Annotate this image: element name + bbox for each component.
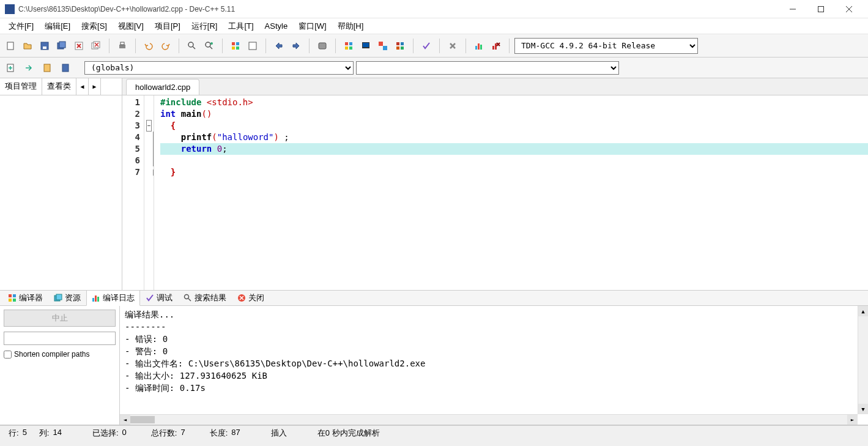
file-tab-active[interactable]: hollowarld2.cpp: [126, 79, 199, 95]
status-parse-time: 在0 秒内完成解析: [311, 428, 386, 439]
svg-rect-27: [383, 46, 387, 50]
goto-button[interactable]: [21, 60, 37, 76]
status-line: 行:5: [2, 428, 33, 439]
compile-button[interactable]: [228, 38, 243, 54]
svg-rect-10: [121, 42, 124, 45]
statusbar: 行:5 列:14 已选择:0 总行数:7 长度:87 插入 在0 秒内完成解析: [0, 425, 868, 440]
menu-edit[interactable]: 编辑[E]: [40, 20, 75, 33]
run-button[interactable]: [245, 38, 261, 54]
svg-rect-3: [43, 46, 46, 49]
status-insert-mode: 插入: [265, 428, 293, 439]
rebuild-button[interactable]: [288, 38, 304, 54]
new-file-button[interactable]: [2, 38, 18, 54]
compile-icon-button[interactable]: [341, 38, 357, 54]
find-button[interactable]: [184, 38, 200, 54]
globals-selector[interactable]: (globals): [84, 61, 354, 75]
svg-rect-1: [7, 42, 13, 50]
progress-field: [4, 332, 116, 345]
rebuild-all-button[interactable]: [392, 38, 408, 54]
svg-rect-40: [9, 294, 12, 297]
svg-rect-26: [379, 42, 383, 46]
bookmark-button[interactable]: [39, 60, 55, 76]
shorten-paths-row[interactable]: Shorten compiler paths: [4, 350, 116, 359]
search-icon: [184, 294, 192, 302]
tab-resources[interactable]: 资源: [48, 290, 86, 306]
close-file-button[interactable]: [71, 38, 87, 54]
log-text[interactable]: 编译结果... -------- - 错误: 0 - 警告: 0 - 输出文件名…: [120, 306, 868, 425]
new-class-button[interactable]: [2, 60, 18, 76]
compiler-selector[interactable]: TDM-GCC 4.9.2 64-bit Release: [514, 38, 698, 54]
run-exe-button[interactable]: [358, 38, 374, 54]
code-editor[interactable]: 1 2 3 4 5 6 7 − #include <stdio.h> int m…: [122, 95, 868, 290]
tab-debug[interactable]: 调试: [140, 290, 178, 306]
svg-rect-41: [13, 294, 16, 297]
menu-window[interactable]: 窗口[W]: [294, 20, 332, 33]
line-gutter: 1 2 3 4 5 6 7: [122, 95, 144, 290]
redo-button[interactable]: [158, 38, 174, 54]
svg-rect-16: [232, 46, 235, 50]
tab-classes[interactable]: 查看类: [42, 78, 76, 95]
menu-project[interactable]: 项目[P]: [150, 20, 185, 33]
undo-button[interactable]: [141, 38, 157, 54]
compile-log: 编译结果... -------- - 错误: 0 - 警告: 0 - 输出文件名…: [120, 306, 868, 425]
syntax-check-button[interactable]: [418, 38, 434, 54]
svg-rect-33: [478, 43, 480, 50]
shorten-paths-label: Shorten compiler paths: [14, 350, 89, 359]
open-file-button[interactable]: [20, 38, 35, 54]
compile-run-button[interactable]: [271, 38, 287, 54]
svg-rect-14: [232, 42, 235, 45]
profile-button[interactable]: [471, 38, 487, 54]
print-button[interactable]: [114, 38, 130, 54]
menu-file[interactable]: 文件[F]: [4, 20, 39, 33]
svg-rect-46: [92, 298, 94, 302]
close-window-button[interactable]: [835, 0, 863, 18]
save-all-button[interactable]: [54, 38, 70, 54]
line-number: 5: [124, 143, 140, 155]
tab-compile-log[interactable]: 编译日志: [86, 290, 140, 306]
svg-rect-15: [236, 42, 239, 45]
resources-icon: [54, 294, 62, 302]
fold-toggle[interactable]: −: [146, 120, 152, 132]
close-icon: [237, 294, 246, 302]
titlebar: C:\Users\86135\Desktop\Dev-C++\hollowarl…: [0, 0, 868, 18]
maximize-button[interactable]: [807, 0, 835, 18]
shorten-paths-checkbox[interactable]: [4, 351, 12, 359]
tab-scroll-right[interactable]: ►: [89, 78, 101, 95]
members-selector[interactable]: [356, 61, 619, 75]
tab-scroll-left[interactable]: ◄: [76, 78, 89, 95]
menu-astyle[interactable]: AStyle: [260, 20, 293, 32]
menubar: 文件[F] 编辑[E] 搜索[S] 视图[V] 项目[P] 运行[R] 工具[T…: [0, 18, 868, 34]
minimize-button[interactable]: [779, 0, 807, 18]
compile-and-run-button[interactable]: [375, 38, 391, 54]
menu-run[interactable]: 运行[R]: [187, 20, 223, 33]
code-content[interactable]: #include <stdio.h> int main() { printf("…: [154, 95, 868, 290]
project-tree[interactable]: [0, 95, 122, 290]
abort-button[interactable]: 中止: [4, 310, 116, 327]
fold-column: −: [144, 95, 154, 290]
menu-search[interactable]: 搜索[S]: [76, 20, 112, 33]
menu-view[interactable]: 视图[V]: [113, 20, 149, 33]
replace-button[interactable]: [201, 38, 217, 54]
goto-bookmark-button[interactable]: [57, 60, 73, 76]
close-all-button[interactable]: [88, 38, 104, 54]
bottom-tabs: 编译器 资源 编译日志 调试 搜索结果 关闭: [0, 290, 868, 306]
delete-profile-button[interactable]: [488, 38, 504, 54]
tab-project[interactable]: 项目管理: [0, 78, 42, 95]
line-number: 4: [124, 132, 140, 143]
svg-rect-48: [97, 297, 99, 302]
menu-tools[interactable]: 工具[T]: [223, 20, 258, 33]
save-button[interactable]: [37, 38, 53, 54]
tab-compiler[interactable]: 编译器: [2, 290, 48, 306]
svg-rect-32: [475, 46, 477, 50]
stop-button[interactable]: [445, 38, 461, 54]
svg-point-11: [188, 42, 193, 47]
tab-search-results[interactable]: 搜索结果: [178, 290, 232, 306]
svg-point-13: [210, 42, 213, 45]
vertical-scrollbar[interactable]: ▲▼: [858, 306, 868, 414]
debug-button[interactable]: [314, 38, 330, 54]
tab-close[interactable]: 关闭: [232, 290, 270, 306]
compile-controls: 中止 Shorten compiler paths: [0, 306, 120, 425]
line-number: 2: [124, 108, 140, 120]
horizontal-scrollbar[interactable]: ◄►: [120, 414, 858, 425]
menu-help[interactable]: 帮助[H]: [333, 20, 369, 33]
